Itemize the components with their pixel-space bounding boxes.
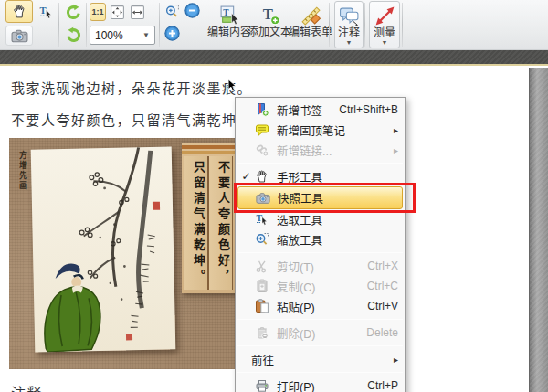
edit-form-label: 编辑表单 [289, 26, 332, 38]
chevron-down-icon: ▼ [346, 39, 353, 47]
fit-width-icon [130, 5, 145, 20]
toolbar-separator [364, 3, 365, 47]
menu-item-paste[interactable]: 粘贴(P)Ctrl+V [236, 296, 405, 316]
submenu-arrow-icon: ▸ [394, 355, 398, 365]
menu-item-label: 新增固顶笔记 [277, 122, 345, 139]
menu-item-label: 快照工具 [278, 189, 323, 207]
marquee-zoom-icon [164, 4, 180, 19]
couplet-line-left: 只留清气满乾坤。 [184, 156, 208, 290]
menu-item-shortcut: Ctrl+P [367, 379, 398, 392]
menu-item-label: 新增书签 [277, 101, 322, 119]
menu-item-delete: 删除(D)Delete [236, 323, 405, 343]
mouse-cursor [227, 79, 237, 97]
fit-page-button[interactable] [108, 3, 126, 21]
edit-content-button[interactable]: T编辑内容 [208, 1, 250, 48]
menu-item-label: 粘贴(P) [277, 298, 315, 315]
comment-icon [339, 5, 360, 26]
select-tool-button[interactable]: T [35, 1, 57, 23]
ink-painting-graphic [31, 146, 176, 352]
fit-page-icon [110, 5, 125, 20]
hand-tool-button[interactable] [5, 0, 33, 23]
edit-content-icon: T [219, 4, 240, 26]
add-text-button[interactable]: T添加文本 [248, 1, 290, 48]
rotate-cw-button[interactable] [62, 1, 84, 23]
chevron-down-icon: ▼ [382, 39, 388, 47]
menu-item-label: 手形工具 [277, 168, 322, 185]
menu-item-print[interactable]: 打印(P)Ctrl+P [236, 376, 405, 392]
menu-item-zoom-tool[interactable]: 缩放工具 [236, 229, 405, 249]
actual-size-label: 1:1 [91, 7, 103, 16]
menu-item-snapshot-tool[interactable]: 快照工具 [237, 186, 403, 209]
paste-icon [253, 299, 271, 314]
menu-item-label: 复制(C) [277, 278, 315, 295]
hand-icon [12, 4, 27, 19]
menu-item-label: 打印(P) [277, 377, 315, 392]
link-add-icon [253, 143, 271, 158]
zoom-in-icon [163, 25, 181, 42]
camera-icon [11, 29, 28, 43]
edit-content-label: 编辑内容 [207, 26, 251, 38]
menu-item-new-bookmark[interactable]: 新增书签Ctrl+Shift+B [236, 100, 405, 120]
scissors-icon [253, 259, 271, 274]
workspace-background [529, 68, 548, 392]
annotation-heading: 注释 [11, 381, 43, 392]
note-icon [253, 122, 271, 138]
zoom-level-combobox[interactable]: 100% ▼ [90, 26, 155, 45]
menu-item-label: 删除(D) [277, 324, 315, 342]
painting-image: 方增先画 [9, 138, 254, 369]
add-text-label: 添加文本 [248, 26, 291, 38]
hand-icon [253, 169, 271, 185]
menu-separator [237, 345, 403, 346]
snapshot-tool-button[interactable] [5, 26, 33, 46]
couplet-line-right: 不要人夸颜色好， [208, 156, 233, 290]
measure-button[interactable]: 测量▼ [369, 1, 400, 48]
ribbon-bottom-band [0, 50, 548, 66]
poem-line-1: 我家洗砚池边树，朵朵花开淡墨痕。 [11, 78, 252, 97]
zoom-out-button[interactable] [183, 1, 201, 19]
fit-width-button[interactable] [128, 3, 146, 21]
menu-separator [237, 163, 403, 164]
rotate-ccw-icon [65, 26, 82, 44]
menu-item-select-tool[interactable]: T选取工具 [236, 209, 405, 229]
toolbar-separator [58, 3, 59, 47]
menu-item-shortcut: Ctrl+X [367, 260, 398, 272]
actual-size-button[interactable]: 1:1 [90, 3, 106, 21]
rotate-ccw-button[interactable] [62, 24, 84, 46]
menu-item-label: 新增链接... [277, 142, 332, 159]
menu-item-label: 缩放工具 [277, 231, 322, 249]
edit-form-button[interactable]: 编辑表单 [289, 1, 332, 48]
app-window: T 1:1 100% ▼ T编辑内容T添加文本编辑表单注释▼测量▼ 我家洗砚池边… [0, 0, 548, 392]
toolbar: T 1:1 100% ▼ T编辑内容T添加文本编辑表单注释▼测量▼ [0, 0, 548, 50]
comment-button[interactable]: 注释▼ [334, 1, 364, 48]
comment-label: 注释 [338, 26, 360, 39]
svg-text:T: T [257, 213, 263, 223]
delete-icon [253, 325, 271, 341]
menu-item-label: 选取工具 [277, 211, 322, 228]
zoom-in-button[interactable] [163, 24, 181, 42]
menu-item-hand-tool[interactable]: ✓手形工具 [236, 166, 405, 186]
toolbar-separator [402, 3, 403, 47]
painting-paper [31, 146, 176, 352]
menu-item-shortcut: Ctrl+V [367, 300, 398, 313]
menu-item-label: 前往 [251, 351, 274, 368]
submenu-arrow-icon: ▸ [394, 125, 398, 135]
artist-signature: 方增先画 [17, 151, 29, 191]
submenu-arrow-icon: ▸ [394, 145, 398, 155]
marquee-zoom-button[interactable] [163, 2, 181, 20]
select-icon: T [38, 5, 54, 20]
edit-form-icon [300, 4, 321, 26]
menu-item-goto[interactable]: 前往▸ [236, 349, 405, 369]
measure-label: 测量 [374, 26, 395, 39]
zoom-icon [253, 232, 271, 248]
toolbar-separator [86, 3, 87, 47]
rotate-cw-icon [65, 4, 82, 21]
menu-item-cut: 剪切(T)Ctrl+X [236, 256, 405, 276]
menu-item-new-note[interactable]: 新增固顶笔记▸ [236, 120, 405, 140]
camera-icon [254, 190, 272, 206]
context-menu: 新增书签Ctrl+Shift+B新增固顶笔记▸新增链接...▸✓手形工具快照工具… [235, 97, 406, 392]
toolbar-separator [329, 3, 330, 47]
menu-separator [237, 252, 403, 253]
chevron-down-icon: ▼ [142, 31, 150, 39]
menu-separator [237, 319, 403, 320]
print-icon [253, 378, 271, 392]
